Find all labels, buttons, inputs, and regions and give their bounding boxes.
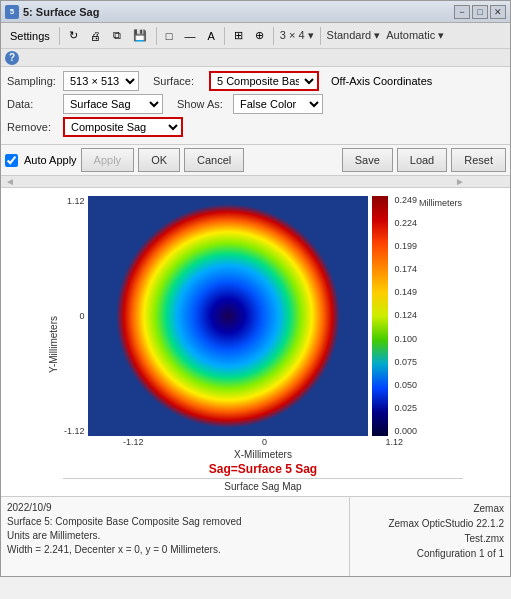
- title-bar: 5 5: Surface Sag − □ ✕: [1, 1, 510, 23]
- automatic-label[interactable]: Automatic ▾: [384, 29, 446, 42]
- map-label: Surface Sag Map: [63, 478, 463, 492]
- info-left: 2022/10/9 Surface 5: Composite Base Comp…: [1, 497, 350, 576]
- colorbar-unit: Millimeters: [419, 198, 462, 436]
- ok-button[interactable]: OK: [138, 148, 180, 172]
- colorbar-tick: 0.025: [394, 404, 417, 413]
- offaxis-label: Off-Axis Coordinates: [331, 75, 432, 87]
- info-right: Zemax Zemax OpticStudio 22.1.2 Test.zmx …: [350, 497, 510, 576]
- colorbar-tick: 0.149: [394, 288, 417, 297]
- info-right-line5: Configuration 1 of 1: [356, 546, 504, 561]
- grid-label: 3 × 4 ▾: [278, 29, 316, 42]
- controls-row-2: Data: Surface Sag Show As: False Color: [7, 94, 504, 114]
- y-axis-label: Y-Millimeters: [48, 316, 59, 373]
- scroll-bar[interactable]: ◄ ►: [1, 176, 510, 188]
- text-tool-button[interactable]: A: [202, 25, 219, 47]
- info-line3: Units are Millimeters.: [7, 529, 343, 543]
- copy-button[interactable]: ⧉: [108, 25, 126, 47]
- plot-area[interactable]: [88, 196, 368, 436]
- colorbar-tick: 0.050: [394, 381, 417, 390]
- colorbar-tick: 0.124: [394, 311, 417, 320]
- toolbar-sep-5: [320, 27, 321, 45]
- main-window: 5 5: Surface Sag − □ ✕ Settings ↻ 🖨 ⧉ 💾 …: [0, 0, 511, 577]
- sampling-label: Sampling:: [7, 75, 57, 87]
- colorbar-tick: 0.174: [394, 265, 417, 274]
- print-button[interactable]: 🖨: [85, 25, 106, 47]
- info-line1: 2022/10/9: [7, 501, 343, 515]
- colorbar-labels: 0.2490.2240.1990.1740.1490.1240.1000.075…: [390, 196, 417, 436]
- toolbar-sep-4: [273, 27, 274, 45]
- apply-button[interactable]: Apply: [81, 148, 135, 172]
- colorbar-tick: 0.075: [394, 358, 417, 367]
- title-bar-left: 5 5: Surface Sag: [5, 5, 99, 19]
- x-tick-max: 1.12: [385, 437, 403, 447]
- info-line5: Width = 2.241, Decenter x = 0, y = 0 Mil…: [7, 543, 343, 557]
- colorbar-tick: 0.000: [394, 427, 417, 436]
- maximize-button[interactable]: □: [472, 5, 488, 19]
- buttons-row: Auto Apply Apply OK Cancel Save Load Res…: [1, 145, 510, 176]
- colorbar-tick: 0.249: [394, 196, 417, 205]
- data-label: Data:: [7, 98, 57, 110]
- auto-apply-checkbox[interactable]: [5, 154, 18, 167]
- toolbar: Settings ↻ 🖨 ⧉ 💾 □ — A ⊞ ⊕ 3 × 4 ▾ Stand…: [1, 23, 510, 49]
- colorbar-wrapper: 0.2490.2240.1990.1740.1490.1240.1000.075…: [372, 196, 462, 436]
- settings-button[interactable]: Settings: [5, 25, 55, 47]
- surface-label: Surface:: [153, 75, 203, 87]
- info-line2: Surface 5: Composite Base Composite Sag …: [7, 515, 343, 529]
- rect-tool-button[interactable]: □: [161, 25, 178, 47]
- window-icon: 5: [5, 5, 19, 19]
- colorbar-tick: 0.224: [394, 219, 417, 228]
- save-button[interactable]: Save: [342, 148, 393, 172]
- title-bar-controls: − □ ✕: [454, 5, 506, 19]
- x-axis-row: -1.12 0 1.12: [123, 437, 403, 447]
- toolbar-sep-2: [156, 27, 157, 45]
- toolbar-sep-3: [224, 27, 225, 45]
- y-tick-max: 1.12: [67, 196, 85, 206]
- chart-container: Y-Millimeters 1.12 0 -1.12: [48, 196, 463, 492]
- showas-select[interactable]: False Color: [233, 94, 323, 114]
- window-icon-text: 5: [10, 7, 14, 16]
- standard-label[interactable]: Standard ▾: [325, 29, 383, 42]
- controls-row-3: Remove: Composite Sag: [7, 117, 504, 137]
- chart-area: Y-Millimeters 1.12 0 -1.12: [1, 188, 510, 496]
- x-tick-min: -1.12: [123, 437, 144, 447]
- window-title: 5: Surface Sag: [23, 6, 99, 18]
- minimize-button[interactable]: −: [454, 5, 470, 19]
- sampling-select[interactable]: 513 × 513: [63, 71, 139, 91]
- save-image-button[interactable]: 💾: [128, 25, 152, 47]
- info-area: 2022/10/9 Surface 5: Composite Base Comp…: [1, 496, 510, 576]
- data-select[interactable]: Surface Sag: [63, 94, 163, 114]
- chart-inner: 1.12 0 -1.12: [63, 196, 463, 492]
- chart-with-colorbar: 0.2490.2240.1990.1740.1490.1240.1000.075…: [88, 196, 462, 436]
- controls-area: Sampling: 513 × 513 Surface: 5 Composite…: [1, 67, 510, 145]
- x-tick-mid: 0: [262, 437, 267, 447]
- y-tick-mid: 0: [79, 311, 84, 321]
- colorbar-tick: 0.199: [394, 242, 417, 251]
- remove-select[interactable]: Composite Sag: [63, 117, 183, 137]
- false-color-svg: [88, 196, 368, 436]
- info-right-line1: Zemax: [356, 501, 504, 516]
- svg-point-1: [116, 204, 340, 428]
- grid-overlay-button[interactable]: ⊞: [229, 25, 248, 47]
- load-button[interactable]: Load: [397, 148, 447, 172]
- info-right-line4: Test.zmx: [356, 531, 504, 546]
- toolbar-sep-1: [59, 27, 60, 45]
- help-bar: ?: [1, 49, 510, 67]
- controls-row-1: Sampling: 513 × 513 Surface: 5 Composite…: [7, 71, 504, 91]
- showas-label: Show As:: [177, 98, 227, 110]
- auto-apply-row: Auto Apply: [5, 154, 77, 167]
- crosshair-button[interactable]: ⊕: [250, 25, 269, 47]
- colorbar-tick: 0.100: [394, 335, 417, 344]
- info-right-line2: Zemax OpticStudio 22.1.2: [356, 516, 504, 531]
- reset-button[interactable]: Reset: [451, 148, 506, 172]
- colorbar: [372, 196, 388, 436]
- surface-select[interactable]: 5 Composite Bas: [209, 71, 319, 91]
- auto-apply-label: Auto Apply: [24, 154, 77, 166]
- y-tick-min: -1.12: [64, 426, 85, 436]
- chart-title: Sag=Surface 5 Sag: [209, 462, 317, 476]
- help-button[interactable]: ?: [5, 51, 19, 65]
- refresh-button[interactable]: ↻: [64, 25, 83, 47]
- x-axis-label: X-Millimeters: [234, 449, 292, 460]
- line-tool-button[interactable]: —: [179, 25, 200, 47]
- cancel-button[interactable]: Cancel: [184, 148, 244, 172]
- close-button[interactable]: ✕: [490, 5, 506, 19]
